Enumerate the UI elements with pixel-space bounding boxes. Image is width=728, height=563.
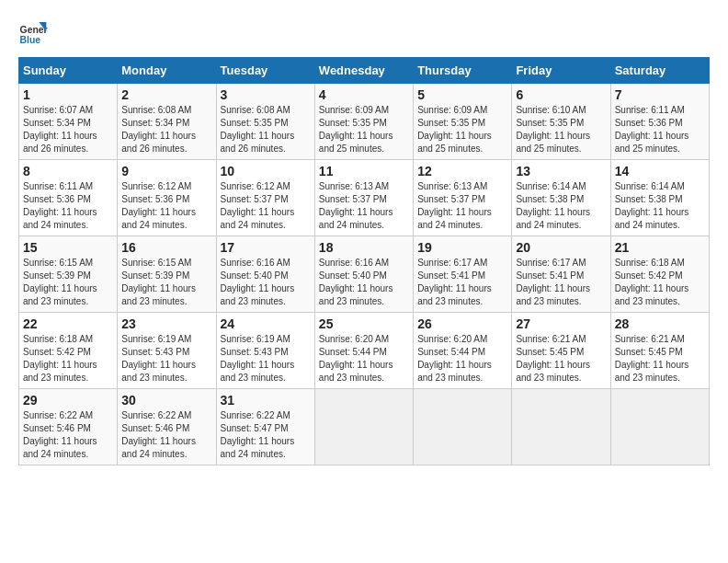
logo-icon: General Blue <box>18 18 48 48</box>
day-cell: 6 Sunrise: 6:10 AMSunset: 5:35 PMDayligh… <box>512 84 610 160</box>
week-row-5: 29 Sunrise: 6:22 AMSunset: 5:46 PMDaylig… <box>19 389 710 465</box>
day-cell: 30 Sunrise: 6:22 AMSunset: 5:46 PMDaylig… <box>118 389 216 465</box>
day-cell: 17 Sunrise: 6:16 AMSunset: 5:40 PMDaylig… <box>216 236 314 313</box>
col-header-saturday: Saturday <box>610 58 709 84</box>
day-cell: 26 Sunrise: 6:20 AMSunset: 5:44 PMDaylig… <box>414 313 512 389</box>
day-number: 16 <box>121 240 211 255</box>
day-info: Sunrise: 6:11 AMSunset: 5:36 PMDaylight:… <box>23 180 113 232</box>
day-cell <box>610 389 709 465</box>
day-cell: 4 Sunrise: 6:09 AMSunset: 5:35 PMDayligh… <box>314 84 413 160</box>
day-cell: 20 Sunrise: 6:17 AMSunset: 5:41 PMDaylig… <box>512 236 610 313</box>
day-cell: 19 Sunrise: 6:17 AMSunset: 5:41 PMDaylig… <box>414 236 512 313</box>
svg-text:Blue: Blue <box>20 35 41 45</box>
day-cell <box>314 389 413 465</box>
day-info: Sunrise: 6:16 AMSunset: 5:40 PMDaylight:… <box>319 257 409 308</box>
day-info: Sunrise: 6:14 AMSunset: 5:38 PMDaylight:… <box>516 180 606 232</box>
week-row-1: 1 Sunrise: 6:07 AMSunset: 5:34 PMDayligh… <box>19 84 710 160</box>
day-cell: 15 Sunrise: 6:15 AMSunset: 5:39 PMDaylig… <box>19 236 118 313</box>
day-cell: 12 Sunrise: 6:13 AMSunset: 5:37 PMDaylig… <box>414 160 512 236</box>
day-number: 3 <box>221 87 311 102</box>
col-header-monday: Monday <box>118 58 216 84</box>
day-number: 18 <box>319 240 409 255</box>
day-cell: 18 Sunrise: 6:16 AMSunset: 5:40 PMDaylig… <box>314 236 413 313</box>
day-number: 21 <box>615 240 705 255</box>
day-cell: 25 Sunrise: 6:20 AMSunset: 5:44 PMDaylig… <box>314 313 413 389</box>
day-number: 4 <box>319 87 409 102</box>
day-info: Sunrise: 6:19 AMSunset: 5:43 PMDaylight:… <box>121 333 211 385</box>
day-number: 15 <box>23 240 113 255</box>
day-number: 17 <box>221 240 311 255</box>
day-cell: 7 Sunrise: 6:11 AMSunset: 5:36 PMDayligh… <box>610 84 709 160</box>
day-cell: 11 Sunrise: 6:13 AMSunset: 5:37 PMDaylig… <box>314 160 413 236</box>
day-info: Sunrise: 6:09 AMSunset: 5:35 PMDaylight:… <box>319 104 409 155</box>
day-number: 2 <box>121 87 211 102</box>
day-info: Sunrise: 6:17 AMSunset: 5:41 PMDaylight:… <box>516 257 606 308</box>
day-cell: 16 Sunrise: 6:15 AMSunset: 5:39 PMDaylig… <box>118 236 216 313</box>
day-cell: 2 Sunrise: 6:08 AMSunset: 5:34 PMDayligh… <box>118 84 216 160</box>
day-cell: 23 Sunrise: 6:19 AMSunset: 5:43 PMDaylig… <box>118 313 216 389</box>
day-cell: 1 Sunrise: 6:07 AMSunset: 5:34 PMDayligh… <box>19 84 118 160</box>
day-number: 5 <box>417 87 507 102</box>
day-info: Sunrise: 6:13 AMSunset: 5:37 PMDaylight:… <box>319 180 409 232</box>
day-info: Sunrise: 6:08 AMSunset: 5:35 PMDaylight:… <box>221 104 311 155</box>
day-cell: 24 Sunrise: 6:19 AMSunset: 5:43 PMDaylig… <box>216 313 314 389</box>
day-info: Sunrise: 6:17 AMSunset: 5:41 PMDaylight:… <box>417 257 507 308</box>
day-number: 19 <box>417 240 507 255</box>
day-cell: 31 Sunrise: 6:22 AMSunset: 5:47 PMDaylig… <box>216 389 314 465</box>
day-number: 13 <box>516 164 606 178</box>
day-info: Sunrise: 6:19 AMSunset: 5:43 PMDaylight:… <box>221 333 311 385</box>
day-number: 26 <box>417 316 507 331</box>
day-number: 11 <box>319 164 409 178</box>
week-row-3: 15 Sunrise: 6:15 AMSunset: 5:39 PMDaylig… <box>19 236 710 313</box>
day-number: 27 <box>516 316 606 331</box>
day-number: 31 <box>221 393 311 408</box>
day-info: Sunrise: 6:22 AMSunset: 5:46 PMDaylight:… <box>121 409 211 461</box>
day-info: Sunrise: 6:10 AMSunset: 5:35 PMDaylight:… <box>516 104 606 155</box>
day-info: Sunrise: 6:21 AMSunset: 5:45 PMDaylight:… <box>615 333 705 385</box>
day-cell <box>414 389 512 465</box>
day-info: Sunrise: 6:12 AMSunset: 5:37 PMDaylight:… <box>221 180 311 232</box>
col-header-sunday: Sunday <box>19 58 118 84</box>
day-cell: 29 Sunrise: 6:22 AMSunset: 5:46 PMDaylig… <box>19 389 118 465</box>
day-info: Sunrise: 6:22 AMSunset: 5:46 PMDaylight:… <box>23 409 113 461</box>
day-cell: 10 Sunrise: 6:12 AMSunset: 5:37 PMDaylig… <box>216 160 314 236</box>
calendar-table: SundayMondayTuesdayWednesdayThursdayFrid… <box>18 57 710 465</box>
day-cell: 9 Sunrise: 6:12 AMSunset: 5:36 PMDayligh… <box>118 160 216 236</box>
day-info: Sunrise: 6:20 AMSunset: 5:44 PMDaylight:… <box>417 333 507 385</box>
day-cell: 3 Sunrise: 6:08 AMSunset: 5:35 PMDayligh… <box>216 84 314 160</box>
day-info: Sunrise: 6:20 AMSunset: 5:44 PMDaylight:… <box>319 333 409 385</box>
day-info: Sunrise: 6:11 AMSunset: 5:36 PMDaylight:… <box>615 104 705 155</box>
day-info: Sunrise: 6:08 AMSunset: 5:34 PMDaylight:… <box>121 104 211 155</box>
day-number: 25 <box>319 316 409 331</box>
day-info: Sunrise: 6:18 AMSunset: 5:42 PMDaylight:… <box>615 257 705 308</box>
day-cell: 14 Sunrise: 6:14 AMSunset: 5:38 PMDaylig… <box>610 160 709 236</box>
day-number: 9 <box>121 164 211 178</box>
day-info: Sunrise: 6:16 AMSunset: 5:40 PMDaylight:… <box>221 257 311 308</box>
day-cell: 13 Sunrise: 6:14 AMSunset: 5:38 PMDaylig… <box>512 160 610 236</box>
day-info: Sunrise: 6:12 AMSunset: 5:36 PMDaylight:… <box>121 180 211 232</box>
day-number: 30 <box>121 393 211 408</box>
day-number: 29 <box>23 393 113 408</box>
col-header-thursday: Thursday <box>414 58 512 84</box>
day-cell: 8 Sunrise: 6:11 AMSunset: 5:36 PMDayligh… <box>19 160 118 236</box>
day-info: Sunrise: 6:13 AMSunset: 5:37 PMDaylight:… <box>417 180 507 232</box>
day-cell: 5 Sunrise: 6:09 AMSunset: 5:35 PMDayligh… <box>414 84 512 160</box>
day-info: Sunrise: 6:07 AMSunset: 5:34 PMDaylight:… <box>23 104 113 155</box>
day-cell: 22 Sunrise: 6:18 AMSunset: 5:42 PMDaylig… <box>19 313 118 389</box>
day-number: 23 <box>121 316 211 331</box>
day-info: Sunrise: 6:09 AMSunset: 5:35 PMDaylight:… <box>417 104 507 155</box>
day-info: Sunrise: 6:15 AMSunset: 5:39 PMDaylight:… <box>121 257 211 308</box>
logo: General Blue <box>18 18 48 48</box>
day-cell: 28 Sunrise: 6:21 AMSunset: 5:45 PMDaylig… <box>610 313 709 389</box>
col-header-tuesday: Tuesday <box>216 58 314 84</box>
day-cell: 21 Sunrise: 6:18 AMSunset: 5:42 PMDaylig… <box>610 236 709 313</box>
day-info: Sunrise: 6:21 AMSunset: 5:45 PMDaylight:… <box>516 333 606 385</box>
day-number: 6 <box>516 87 606 102</box>
week-row-2: 8 Sunrise: 6:11 AMSunset: 5:36 PMDayligh… <box>19 160 710 236</box>
day-number: 12 <box>417 164 507 178</box>
col-header-wednesday: Wednesday <box>314 58 413 84</box>
day-info: Sunrise: 6:18 AMSunset: 5:42 PMDaylight:… <box>23 333 113 385</box>
day-number: 10 <box>221 164 311 178</box>
page-header: General Blue <box>18 18 710 48</box>
day-number: 14 <box>615 164 705 178</box>
